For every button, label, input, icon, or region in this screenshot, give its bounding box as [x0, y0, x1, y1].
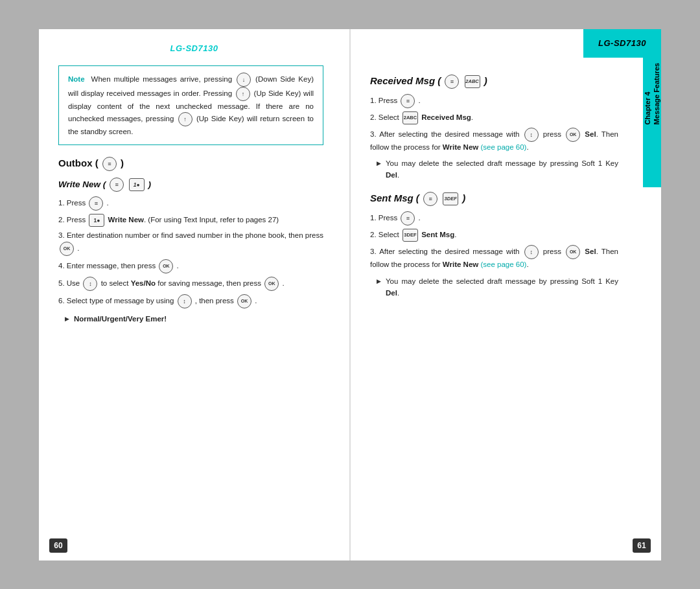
write-new-1-icon: 1● [129, 178, 145, 191]
step1-btn: ≡ [89, 196, 103, 211]
sent-step1-btn: ≡ [401, 211, 415, 225]
step-1: 1. Press ≡ . [58, 196, 323, 211]
recv-step-1: 1. Press ≡ . [370, 94, 618, 108]
step-3: 3. Enter destination number or find save… [58, 230, 323, 256]
sent-btn-icon: ≡ [423, 192, 438, 206]
write-new-bullet: Normal/Urgent/Very Emer! [65, 314, 323, 325]
recv-step-2: 2. Select 2ABC Received Msg. [370, 111, 618, 124]
step-4: 4. Enter message, then press OK . [58, 259, 323, 273]
note-box: Note When multiple messages arrive, pres… [58, 65, 323, 146]
recv-btn-icon: ≡ [445, 75, 459, 89]
right-page: LG-SD7130 Chapter 4Message Features Rece… [350, 29, 661, 560]
sent-step-2: 2. Select 3DEF Sent Msg. [370, 229, 618, 242]
write-new-heading: Write New ( ≡ 1● ) [58, 178, 323, 192]
left-page: LG-SD7130 Note When multiple messages ar… [39, 29, 350, 560]
step5-nav-btn: ↕ [83, 277, 97, 291]
left-header-title: LG-SD7130 [170, 43, 218, 53]
step-5: 5. Use ↕ to select Yes/No for saving mes… [58, 277, 323, 291]
up-side-key-icon: ↑ [236, 87, 250, 101]
step-2: 2. Press 1● Write New. (For using Text I… [58, 214, 323, 227]
sent-step-3: 3. After selecting the desired message w… [370, 245, 618, 271]
sent-bullet: You may delete the selected draft messag… [377, 276, 618, 299]
recv-2abc-icon: 2ABC [465, 75, 480, 88]
recv-step2-btn: 2ABC [402, 111, 418, 124]
write-new-steps: 1. Press ≡ . 2. Press 1● Write New. (For… [58, 196, 323, 308]
sidebar-text: Chapter 4Message Features [643, 63, 661, 124]
recv-ok-btn: OK [566, 128, 580, 142]
recv-step1-btn: ≡ [401, 94, 415, 108]
sent-3def-icon: 3DEF [443, 192, 458, 205]
sent-msg-steps: 1. Press ≡ . 2. Select 3DEF Sent Msg. 3.… [370, 211, 618, 271]
step5-ok-btn: OK [264, 277, 279, 291]
note-text: When multiple messages arrive, pressing … [68, 75, 314, 136]
page-number-right: 61 [633, 538, 651, 553]
page-number-left: 60 [49, 538, 67, 553]
sent-nav-btn: ↕ [524, 245, 539, 259]
received-msg-heading: Received Msg ( ≡ 2ABC ) [370, 75, 618, 89]
step3-ok-btn: OK [60, 242, 74, 256]
recv-nav-btn: ↕ [524, 128, 539, 142]
sent-step-1: 1. Press ≡ . [370, 211, 618, 225]
down-side-key-icon: ↓ [237, 73, 251, 87]
left-header: LG-SD7130 [58, 42, 330, 54]
received-msg-steps: 1. Press ≡ . 2. Select 2ABC Received Msg… [370, 94, 618, 154]
right-header-bar: LG-SD7130 [583, 29, 661, 58]
recv-bullet: You may delete the selected draft messag… [377, 158, 618, 181]
sent-ok-btn: OK [566, 245, 580, 259]
note-label: Note [68, 75, 85, 83]
step4-ok-btn: OK [159, 259, 173, 273]
step2-btn: 1● [89, 214, 104, 227]
sent-step2-btn: 3DEF [402, 229, 418, 242]
outbox-heading: Outbox ( ≡ ) [58, 157, 323, 171]
sent-msg-heading: Sent Msg ( ≡ 3DEF ) [370, 192, 618, 206]
step6-ok-btn: OK [237, 294, 251, 308]
up-side-key2-icon: ↑ [178, 112, 192, 126]
bullet-text: Normal/Urgent/Very Emer! [74, 315, 167, 323]
right-header-title: LG-SD7130 [598, 38, 646, 48]
outbox-btn-icon: ≡ [102, 157, 117, 171]
recv-step-3: 3. After selecting the desired message w… [370, 128, 618, 154]
step6-nav-btn: ↕ [178, 294, 192, 308]
step-6: 6. Select type of message by using ↕ , t… [58, 294, 323, 308]
write-new-btn-icon: ≡ [110, 178, 124, 192]
sidebar-tab: Chapter 4Message Features [643, 58, 661, 187]
